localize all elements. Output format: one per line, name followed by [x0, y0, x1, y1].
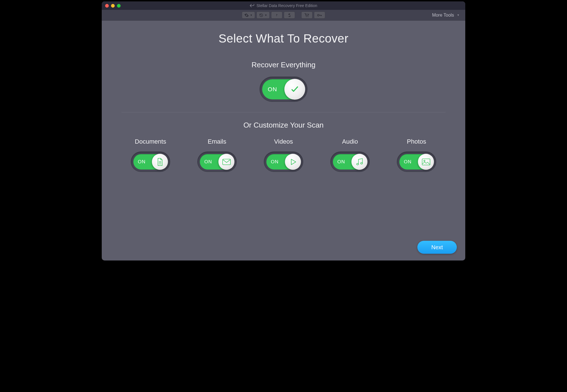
next-button[interactable]: Next — [417, 241, 457, 254]
category-audio: Audio ON — [318, 138, 382, 172]
divider — [121, 112, 446, 112]
svg-point-2 — [317, 14, 319, 16]
zoom-window-button[interactable] — [117, 4, 121, 8]
videos-toggle[interactable]: ON — [264, 152, 303, 172]
category-documents: Documents ON — [119, 138, 182, 172]
category-videos: Videos ON — [252, 138, 315, 172]
customize-scan-label: Or Customize Your Scan — [116, 121, 451, 130]
cart-button[interactable] — [301, 12, 313, 19]
photos-toggle[interactable]: ON — [397, 152, 436, 172]
dropdown-caret-icon: ▼ — [250, 14, 253, 17]
category-photos: Photos ON — [385, 138, 448, 172]
envelope-icon — [222, 159, 231, 165]
recover-everything-toggle[interactable]: ON — [260, 77, 307, 102]
cart-icon — [304, 13, 309, 17]
recover-everything-label: Recover Everything — [116, 61, 451, 69]
back-arrow-icon — [250, 4, 254, 8]
gear-icon — [244, 13, 249, 17]
svg-point-7 — [424, 160, 425, 161]
window-title: Stellar Data Recovery Free Edition — [250, 3, 317, 8]
toggle-on-label: ON — [204, 159, 212, 165]
chevron-down-icon: ▼ — [457, 14, 460, 17]
category-label-emails: Emails — [208, 138, 226, 145]
more-tools-label: More Tools — [432, 13, 454, 18]
dropdown-caret-icon: ▼ — [265, 14, 267, 17]
category-row: Documents ON Emails — [119, 138, 448, 172]
toggle-on-label: ON — [271, 159, 279, 165]
toggle-on-label: ON — [404, 159, 412, 165]
main-content: Select What To Recover Recover Everythin… — [102, 21, 465, 260]
toggle-on-label: ON — [337, 159, 345, 165]
emails-toggle[interactable]: ON — [197, 152, 237, 172]
close-window-button[interactable] — [105, 4, 109, 8]
titlebar: Stellar Data Recovery Free Edition — [102, 1, 465, 10]
question-icon — [275, 13, 279, 17]
more-tools-menu[interactable]: More Tools ▼ — [432, 10, 460, 20]
audio-toggle[interactable]: ON — [330, 152, 370, 172]
toolbar: ▼ ▼ — [102, 10, 465, 21]
documents-toggle[interactable]: ON — [131, 152, 170, 172]
svg-rect-6 — [422, 159, 430, 165]
minimize-window-button[interactable] — [111, 4, 115, 8]
category-label-documents: Documents — [135, 138, 166, 145]
toolbar-group-store — [301, 12, 325, 19]
category-emails: Emails ON — [185, 138, 249, 172]
history-button[interactable]: ▼ — [256, 12, 270, 19]
page-title: Select What To Recover — [116, 32, 451, 45]
app-window: Stellar Data Recovery Free Edition ▼ ▼ — [102, 1, 465, 260]
window-title-text: Stellar Data Recovery Free Edition — [256, 3, 317, 8]
svg-rect-3 — [223, 159, 231, 165]
microscope-button[interactable] — [284, 12, 295, 19]
svg-point-1 — [307, 16, 308, 17]
play-icon — [289, 158, 297, 166]
microscope-icon — [287, 13, 292, 17]
activate-button[interactable] — [314, 12, 325, 19]
document-icon — [156, 158, 164, 166]
help-button[interactable] — [271, 12, 282, 19]
svg-point-0 — [306, 16, 306, 17]
key-icon — [317, 13, 322, 17]
toolbar-group-main: ▼ ▼ — [242, 12, 295, 19]
history-icon — [259, 13, 263, 17]
toggle-on-label: ON — [268, 86, 277, 93]
toggle-on-label: ON — [138, 159, 146, 165]
settings-button[interactable]: ▼ — [242, 12, 255, 19]
svg-point-5 — [360, 162, 362, 164]
category-label-audio: Audio — [342, 138, 358, 145]
svg-point-4 — [356, 163, 358, 165]
traffic-lights — [105, 4, 121, 8]
music-note-icon — [356, 158, 364, 166]
category-label-videos: Videos — [274, 138, 293, 145]
category-label-photos: Photos — [407, 138, 426, 145]
check-icon — [290, 84, 300, 94]
image-icon — [422, 158, 431, 166]
